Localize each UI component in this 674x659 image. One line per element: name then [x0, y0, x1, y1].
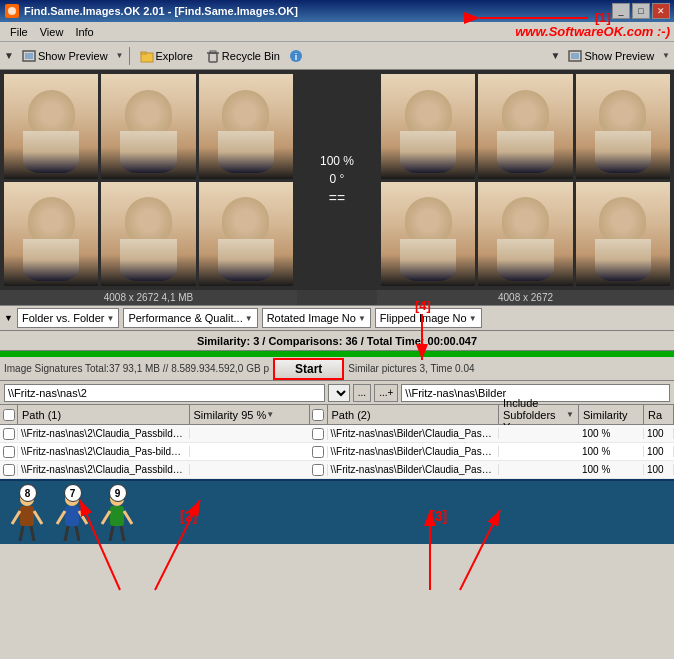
similarity-label: Similarity [583, 409, 628, 421]
maximize-button[interactable]: □ [632, 3, 650, 19]
folder-icon [140, 49, 154, 63]
row-path1-2: \\Fritz-nas\nas\2\Claudia_Passbild_10x15… [18, 464, 190, 475]
arrow-left: ▼ [4, 50, 14, 61]
dots-plus-button[interactable]: ...+ [374, 384, 398, 402]
path1-dropdown[interactable] [328, 384, 350, 402]
close-button[interactable]: ✕ [652, 3, 670, 19]
col-header-include-sub[interactable]: Include Subfolders Yes ▼ [499, 405, 579, 424]
row-rating-1: 100 [644, 446, 674, 457]
table-body: \\Fritz-nas\nas\2\Claudia_Passbild_10x15… [0, 425, 674, 479]
col-header-check2[interactable] [310, 405, 328, 424]
row-check1-2[interactable] [0, 464, 18, 476]
figure-9: 9 [100, 489, 135, 544]
row-path2-1: \\Fritz-nas\nas\Bilder\Claudia_Passbild_… [328, 446, 500, 457]
right-image-grid [381, 74, 670, 286]
right-image-panel[interactable] [377, 70, 674, 290]
row-similarity-2: 100 % [579, 464, 644, 475]
center-comparison-panel: 100 % 0 ° == [297, 70, 377, 290]
rotated-image-dropdown[interactable]: Rotated Image No ▼ [262, 308, 371, 328]
figure-8: 8 [10, 489, 45, 544]
svg-line-28 [124, 511, 132, 524]
row-check1-0[interactable] [0, 428, 18, 440]
path1-input[interactable] [4, 384, 325, 402]
bottom-panel: 8 7 [0, 479, 674, 544]
include-sub-arrow: ▼ [566, 410, 574, 419]
left-thumb-2 [101, 74, 195, 179]
right-image-info: 4008 x 2672 [377, 290, 674, 305]
flipped-image-dropdown[interactable]: Flipped Image No ▼ [375, 308, 482, 328]
rotated-image-arrow: ▼ [358, 314, 366, 323]
menu-info[interactable]: Info [69, 25, 99, 39]
left-thumb-6 [199, 182, 293, 287]
left-thumb-5 [101, 182, 195, 287]
svg-line-24 [76, 526, 79, 541]
app-icon [4, 3, 20, 19]
dots-button[interactable]: ... [353, 384, 371, 402]
row-path1-1: \\Fritz-nas\nas\2\Claudia_Pas-bild_10x15… [18, 446, 190, 457]
row-check2-0[interactable] [310, 428, 328, 440]
recycle-bin-label: Recycle Bin [222, 50, 280, 62]
table-area: Path (1) Similarity 95 % ▼ Path (2) Incl… [0, 405, 674, 479]
col-header-similarity[interactable]: Similarity [579, 405, 644, 424]
col-header-path2[interactable]: Path (2) [328, 405, 500, 424]
table-row[interactable]: \\Fritz-nas\nas\2\Claudia_Passbild_10x15… [0, 461, 674, 479]
folder-vs-folder-label: Folder vs. Folder [22, 312, 105, 324]
menu-bar: File View Info www.SoftwareOK.com :-) [0, 22, 674, 42]
row-check2-2[interactable] [310, 464, 328, 476]
watermark-text: www.SoftwareOK.com :-) [515, 24, 670, 39]
figure-7: 7 [55, 489, 90, 544]
signature-left-text: Image Signatures Total:37 93,1 MB // 8.5… [4, 363, 269, 374]
svg-line-21 [57, 511, 65, 524]
options-bar: ▼ Folder vs. Folder ▼ Performance & Qual… [0, 305, 674, 331]
folder-vs-folder-dropdown[interactable]: Folder vs. Folder ▼ [17, 308, 119, 328]
left-thumb-3 [199, 74, 293, 179]
main-image-area: 100 % 0 ° == [0, 70, 674, 290]
performance-dropdown[interactable]: Performance & Qualit... ▼ [123, 308, 257, 328]
row-rating-2: 100 [644, 464, 674, 475]
row-path2-0: \\Fritz-nas\nas\Bilder\Claudia_Passbild_… [328, 428, 500, 439]
left-image-panel[interactable] [0, 70, 297, 290]
svg-point-1 [8, 7, 16, 15]
menu-view[interactable]: View [34, 25, 70, 39]
options-arrow-1: ▼ [4, 313, 13, 323]
col-header-check1[interactable] [0, 405, 18, 424]
right-thumb-6 [576, 182, 670, 287]
select-all-2-checkbox[interactable] [312, 409, 324, 421]
select-all-1-checkbox[interactable] [3, 409, 15, 421]
start-button[interactable]: Start [273, 358, 344, 380]
col-header-path1[interactable]: Path (1) [18, 405, 190, 424]
svg-line-22 [79, 511, 87, 524]
table-row[interactable]: \\Fritz-nas\nas\2\Claudia_Pas-bild_10x15… [0, 443, 674, 461]
toolbar-right: ▼ Show Preview ▼ [339, 46, 670, 66]
recycle-bin-button[interactable]: Recycle Bin [201, 46, 285, 66]
label-2: [2] [180, 508, 197, 524]
right-thumb-3 [576, 74, 670, 179]
svg-line-23 [65, 526, 68, 541]
similarity-pct-label: Similarity 95 % [194, 409, 267, 421]
svg-line-16 [34, 511, 42, 524]
right-thumb-5 [478, 182, 572, 287]
menu-file[interactable]: File [4, 25, 34, 39]
table-row[interactable]: \\Fritz-nas\nas\2\Claudia_Passbild_10x15… [0, 425, 674, 443]
minimize-button[interactable]: _ [612, 3, 630, 19]
explore-button[interactable]: Explore [135, 46, 198, 66]
figure-8-badge: 8 [19, 484, 37, 502]
svg-rect-14 [20, 506, 34, 526]
path-bar: ... ...+ [0, 381, 674, 405]
show-preview-left-button[interactable]: Show Preview [17, 46, 113, 66]
col-header-similarity-pct[interactable]: Similarity 95 % ▼ [190, 405, 310, 424]
left-image-info: 4008 x 2672 4,1 MB [0, 290, 297, 305]
table-header: Path (1) Similarity 95 % ▼ Path (2) Incl… [0, 405, 674, 425]
arrow-right: ▼ [550, 50, 560, 61]
rotated-image-label: Rotated Image No [267, 312, 356, 324]
row-check1-1[interactable] [0, 446, 18, 458]
svg-rect-12 [571, 53, 579, 59]
figure-9-badge: 9 [109, 484, 127, 502]
row-check2-1[interactable] [310, 446, 328, 458]
flipped-image-label: Flipped Image No [380, 312, 467, 324]
right-thumb-2 [478, 74, 572, 179]
show-preview-right-button[interactable]: Show Preview [563, 46, 659, 66]
toolbar-left: ▼ Show Preview ▼ Explore Recycle Bin i [4, 46, 335, 66]
col-header-rating[interactable]: Ra [644, 405, 674, 424]
svg-rect-6 [209, 53, 217, 62]
